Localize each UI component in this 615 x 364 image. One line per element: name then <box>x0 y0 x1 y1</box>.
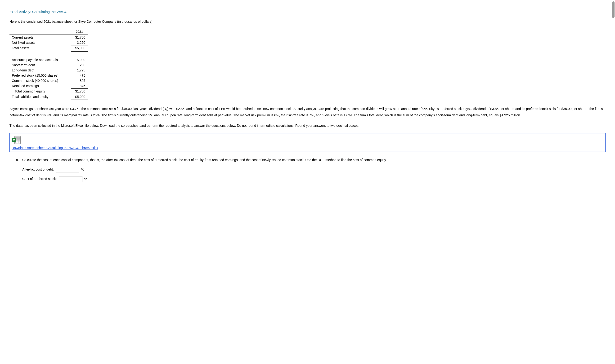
table-header-row: 2021 <box>10 29 88 35</box>
answer-row: Cost of preferred stock: % <box>16 176 605 182</box>
row-label: Preferred stock (15,000 shares) <box>10 73 71 78</box>
page-title: Excel Activity: Calculating the WACC <box>10 10 605 14</box>
row-value: 200 <box>71 63 88 68</box>
question-a: a. Calculate the cost of each capital co… <box>10 157 605 182</box>
table-row: Preferred stock (15,000 shares) 475 <box>10 73 88 78</box>
table-row-total: Total liabilities and equity $5,000 <box>10 94 88 99</box>
row-label: Common stock (40,000 shares) <box>10 78 71 83</box>
para1-pre: Skye's earnings per share last year were… <box>10 107 166 111</box>
row-label: Short-term debt <box>10 63 71 68</box>
row-label: Long-term debt <box>10 68 71 73</box>
excel-badge-letter: X <box>12 138 16 142</box>
row-value: 1,725 <box>71 68 88 73</box>
intro-text: Here is the condensed 2021 balance sheet… <box>10 19 605 25</box>
row-label: Retained earnings <box>10 83 71 89</box>
balance-sheet-table: 2021 Current assets $1,750 Net fixed ass… <box>10 29 88 99</box>
row-label: Net fixed assets <box>10 40 71 45</box>
scrollbar-thumb[interactable] <box>612 1 615 18</box>
download-box: X Download spreadsheet Calculating the W… <box>10 133 605 152</box>
answer-label: After-tax cost of debt: <box>22 167 54 173</box>
question-text: Calculate the cost of each capital compo… <box>22 157 387 163</box>
table-row: Current assets $1,750 <box>10 35 88 40</box>
unit-percent: % <box>81 167 84 173</box>
paragraph-1: Skye's earnings per share last year were… <box>10 106 605 118</box>
row-value: $5,000 <box>71 94 88 99</box>
header-blank <box>10 29 71 35</box>
spacer <box>10 51 88 57</box>
table-row: Net fixed assets 3,250 <box>10 40 88 45</box>
row-value: $ 900 <box>71 57 88 63</box>
table-row: Common stock (40,000 shares) 825 <box>10 78 88 83</box>
cost-preferred-stock-input[interactable] <box>59 176 82 182</box>
row-label: Total assets <box>10 45 71 51</box>
table-row-subtotal: Total common equity $1,700 <box>10 89 88 94</box>
row-value: 825 <box>71 78 88 83</box>
row-value: $1,750 <box>71 35 88 40</box>
vertical-scrollbar[interactable] <box>612 0 615 187</box>
row-label: Total common equity <box>10 89 71 94</box>
table-row: Accounts payable and accruals $ 900 <box>10 57 88 63</box>
row-label: Current assets <box>10 35 71 40</box>
after-tax-cost-debt-input[interactable] <box>56 167 79 172</box>
row-value: 3,250 <box>71 40 88 45</box>
year-header: 2021 <box>71 29 88 35</box>
page-content: Excel Activity: Calculating the WACC Her… <box>0 0 615 187</box>
table-row-total: Total assets $5,000 <box>10 45 88 51</box>
question-marker: a. <box>16 157 22 163</box>
download-spreadsheet-link[interactable]: Download spreadsheet Calculating the WAC… <box>12 146 98 150</box>
row-value: 475 <box>71 73 88 78</box>
excel-file-icon[interactable]: X <box>12 136 21 144</box>
row-value: $5,000 <box>71 45 88 51</box>
unit-percent: % <box>84 176 87 182</box>
table-row: Long-term debt 1,725 <box>10 68 88 73</box>
answer-label: Cost of preferred stock: <box>22 176 57 182</box>
paragraph-2: The data has been collected in the Micro… <box>10 123 605 129</box>
row-value: 875 <box>71 83 88 89</box>
row-label: Total liabilities and equity <box>10 94 71 99</box>
table-row: Retained earnings 875 <box>10 83 88 89</box>
row-value: $1,700 <box>71 89 88 94</box>
answer-row: After-tax cost of debt: % <box>16 167 605 173</box>
table-row: Short-term debt 200 <box>10 63 88 68</box>
row-label: Accounts payable and accruals <box>10 57 71 63</box>
